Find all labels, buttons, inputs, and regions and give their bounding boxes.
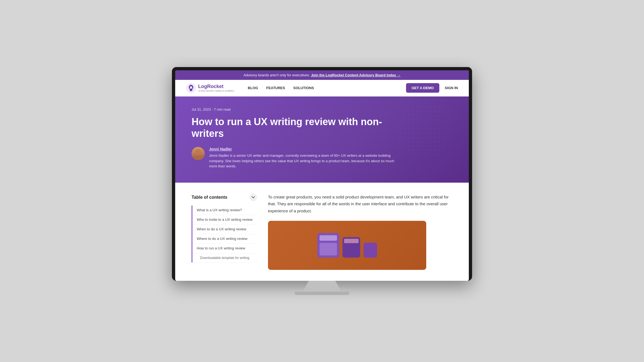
- navbar: LogRocket AI-first session replay & anal…: [175, 80, 469, 96]
- ui-card-small: [363, 243, 377, 258]
- svg-point-0: [186, 83, 196, 93]
- toc-item-0[interactable]: What is a UX writing review?: [192, 206, 257, 215]
- logrocket-logo-icon: [186, 83, 196, 93]
- ui-card-large: [317, 233, 339, 258]
- nav-solutions[interactable]: SOLUTIONS: [293, 86, 314, 90]
- nav-features[interactable]: FEATURES: [266, 86, 285, 90]
- toc-item-1[interactable]: Who to invite to a UX writing review: [192, 215, 257, 225]
- nav-actions: GET A DEMO SIGN IN: [406, 83, 458, 93]
- toc-item-3[interactable]: Where to do a UX writing review: [192, 234, 257, 244]
- article-intro: To create great products, you need a sol…: [268, 194, 452, 215]
- sign-in-link[interactable]: SIGN IN: [445, 86, 458, 90]
- logo-area[interactable]: LogRocket AI-first session replay & anal…: [186, 83, 234, 93]
- monitor-base: [295, 292, 349, 295]
- article-body: To create great products, you need a sol…: [268, 194, 452, 270]
- main-content: Table of contents What is a UX writing r…: [175, 183, 469, 281]
- logo-name: LogRocket: [198, 84, 234, 89]
- logo-tagline: AI-first session replay & analytics: [198, 89, 234, 92]
- nav-blog[interactable]: BLOG: [248, 86, 258, 90]
- announcement-bar: Advisory boards aren't only for executiv…: [175, 70, 469, 80]
- author-avatar-image: [192, 147, 205, 160]
- article-featured-image: [268, 221, 426, 270]
- logo-text-area: LogRocket AI-first session replay & anal…: [198, 84, 234, 92]
- monitor-frame: Advisory boards aren't only for executiv…: [172, 67, 472, 281]
- author-info: Jenni Nadler Jenni Nadler is a senior UX…: [209, 147, 452, 169]
- ui-mockup-illustration: [317, 233, 377, 258]
- toc-toggle-button[interactable]: [249, 194, 257, 201]
- toc-item-4[interactable]: How to run a UX writing review: [192, 244, 257, 253]
- article-hero: Jul 31, 2023 · 7 min read How to run a U…: [175, 96, 469, 183]
- toc-title: Table of contents: [192, 195, 227, 200]
- announcement-text: Advisory boards aren't only for executiv…: [243, 73, 311, 77]
- toc-item-5[interactable]: Downloadable template for writing: [192, 254, 257, 263]
- author-section: Jenni Nadler Jenni Nadler is a senior UX…: [192, 147, 452, 169]
- chevron-down-icon: [252, 196, 255, 198]
- monitor-stand: [303, 281, 341, 292]
- toc-item-2[interactable]: When to do a UX writing review: [192, 225, 257, 234]
- article-meta: Jul 31, 2023 · 7 min read: [192, 107, 452, 111]
- get-demo-button[interactable]: GET A DEMO: [406, 83, 439, 93]
- article-title: How to run a UX writing review with non-…: [192, 116, 399, 139]
- toc-sidebar: Table of contents What is a UX writing r…: [192, 194, 257, 270]
- svg-point-2: [190, 90, 192, 91]
- toc-list: What is a UX writing review? Who to invi…: [192, 206, 257, 263]
- toc-header: Table of contents: [192, 194, 257, 201]
- announcement-link[interactable]: Join the LogRocket Content Advisory Boar…: [311, 73, 401, 77]
- author-avatar: [192, 147, 205, 160]
- monitor-screen: Advisory boards aren't only for executiv…: [175, 70, 469, 281]
- author-name[interactable]: Jenni Nadler: [209, 147, 452, 151]
- author-bio: Jenni Nadler is a senior UX writer and m…: [209, 153, 400, 169]
- ui-card-medium: [342, 237, 360, 258]
- monitor-container: Advisory boards aren't only for executiv…: [172, 67, 472, 295]
- nav-links: BLOG FEATURES SOLUTIONS: [248, 86, 398, 90]
